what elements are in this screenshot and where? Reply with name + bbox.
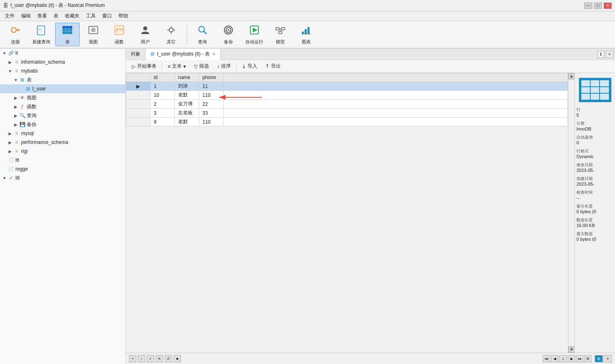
row-3-phone[interactable]: 33 [199,109,224,118]
scrollbar-right[interactable]: ▲ ▼ [568,73,574,353]
nav-first-button[interactable]: ⏮ [543,355,550,362]
row-3-id[interactable]: 3 [151,109,175,118]
table-row[interactable]: 2 金万博 22 [126,100,568,109]
import-button[interactable]: ⤓ 导入 [238,62,261,71]
sidebar-item-queries-folder[interactable]: ▶ 🔍 查询 [0,111,125,120]
row-9-name[interactable]: 老默 [175,118,199,126]
queries-label: 查询 [27,112,125,119]
confirm-button[interactable]: ✓ [147,355,154,362]
sidebar-item-llll[interactable]: ▼ ✓ llll [0,173,125,182]
sidebar-item-views-folder[interactable]: ▶ 👁 视图 [0,93,125,102]
row-2-name[interactable]: 金万博 [175,100,199,109]
row-2-phone[interactable]: 22 [199,100,224,109]
toolbar-model[interactable]: 模型 [268,23,292,46]
toolbar-chart[interactable]: 图表 [294,23,318,46]
form-view-button[interactable]: ≡ [604,355,612,362]
menu-edit[interactable]: 编辑 [18,12,34,20]
tab-object[interactable]: 对象 [126,49,146,60]
maximize-button[interactable]: □ [594,2,602,9]
row-10-phone[interactable]: 110 [199,91,224,100]
scroll-track[interactable] [568,79,574,346]
row-3-name[interactable]: 左老板 [175,109,199,118]
col-indicator [126,73,151,82]
filter-button[interactable]: ▽ 筛选 [190,62,213,71]
cancel-edit-button[interactable]: ✕ [156,355,163,362]
row-1-name[interactable]: 刘涛 [175,82,199,91]
sidebar-item-mybatis[interactable]: ▼ ≡ mybatis [0,66,125,75]
delete-row-button[interactable]: − [138,355,145,362]
window-controls[interactable]: ─ □ ✕ [584,2,612,9]
table-row[interactable]: 10 老默 110 [126,91,568,100]
sidebar-item-mysql[interactable]: ▶ ≡ mysql [0,129,125,138]
mysql-icon: ≡ [13,131,20,136]
text-button[interactable]: ≡ 文本 ▾ [164,62,189,71]
filter-label: 筛选 [199,63,209,70]
col-name[interactable]: name [175,73,199,82]
row-9-id[interactable]: 9 [151,118,175,126]
row-1-phone[interactable]: 11 [199,82,224,91]
toolbar-function[interactable]: f(x) 函数 [107,23,131,46]
info-schema-icon: ≡ [13,59,20,65]
tab-extra-button[interactable]: ≡ [606,51,613,58]
toolbar-autorun[interactable]: 自动运行 [242,23,267,46]
minimize-button[interactable]: ─ [584,2,592,9]
text-icon: ≡ [168,64,170,69]
table-row[interactable]: 9 老默 110 [126,118,568,126]
nav-last-button[interactable]: ⏭ [576,355,583,362]
export-button[interactable]: ⤒ 导出 [262,62,284,71]
toolbar-table[interactable]: 表 [55,23,80,46]
toolbar-other[interactable]: 其它 [159,23,183,46]
begin-transaction-button[interactable]: ▷ 开始事务 [128,62,160,71]
sidebar-item-rigi[interactable]: ▶ ≡ rigi [0,147,125,156]
data-table-container[interactable]: id name phone ▶ 1 刘涛 [126,73,568,353]
datalen-label: 数据长度 [576,217,613,223]
tab-close-icon[interactable]: ✕ [212,52,215,56]
menu-favorites[interactable]: 收藏夹 [62,12,83,20]
toolbar-view[interactable]: 视图 [81,23,105,46]
sidebar-item-t-user[interactable]: ⊞ t_user [0,84,125,93]
scroll-down-button[interactable]: ▼ [568,346,575,353]
nav-next-button[interactable]: ▶ [568,355,575,362]
toolbar-new-query[interactable]: f(x) 新建查询 [29,23,54,46]
svg-rect-38 [305,29,307,34]
add-row-button[interactable]: + [129,355,136,362]
nav-prev-button[interactable]: ◀ [551,355,558,362]
menu-view[interactable]: 查看 [34,12,50,20]
refresh-button[interactable]: ↺ [165,355,172,362]
row-10-name[interactable]: 老默 [175,91,199,100]
scroll-up-button[interactable]: ▲ [568,73,575,79]
sidebar-item-ltt[interactable]: 📄 ltt [0,156,125,165]
menu-help[interactable]: 帮助 [115,12,131,20]
sidebar-item-lt[interactable]: ▼ 🔗 lt [0,49,125,58]
col-phone[interactable]: phone [199,73,224,82]
toolbar-backup[interactable]: 备份 [216,23,241,46]
row-1-id[interactable]: 1 [151,82,175,91]
grid-view-button[interactable]: ⊞ [595,355,603,362]
window-title: t_user @mybatis (lt) - 表 - Navicat Premi… [11,2,105,9]
sidebar-item-backups-folder[interactable]: ▶ 💾 备份 [0,120,125,129]
sidebar-item-functions-folder[interactable]: ▶ ƒ 函数 [0,102,125,111]
toolbar-connect[interactable]: 连接 [3,23,28,46]
sidebar-item-information-schema[interactable]: ▶ ≡ information_schema [0,58,125,66]
stop-button[interactable]: ■ [174,355,181,362]
tab-info-button[interactable]: ℹ [597,51,604,58]
menu-table[interactable]: 表 [50,12,62,20]
tab-t-user[interactable]: ⊞ t_user @mybatis (lt) - 表 ✕ [146,49,221,60]
sidebar-item-performance-schema[interactable]: ▶ ≡ performance_schema [0,138,125,147]
row-2-id[interactable]: 2 [151,100,175,109]
nav-settings-button[interactable]: ⚙ [584,355,591,362]
row-10-id[interactable]: 10 [151,91,175,100]
sort-button[interactable]: ↕ 排序 [213,62,234,71]
toolbar-query[interactable]: 查询 [190,23,215,46]
toolbar-user[interactable]: 用户 [133,23,157,46]
row-9-phone[interactable]: 110 [199,118,224,126]
menu-window[interactable]: 窗口 [99,12,115,20]
sidebar-item-tables-folder[interactable]: ▼ ⊞ 表 [0,75,125,84]
table-row[interactable]: ▶ 1 刘涛 11 [126,82,568,91]
menu-tools[interactable]: 工具 [83,12,99,20]
menu-file[interactable]: 文件 [2,12,18,20]
col-id[interactable]: id [151,73,175,82]
table-row[interactable]: 3 左老板 33 [126,109,568,118]
sidebar-item-regge[interactable]: 📄 regge [0,165,125,173]
close-button[interactable]: ✕ [604,2,612,9]
